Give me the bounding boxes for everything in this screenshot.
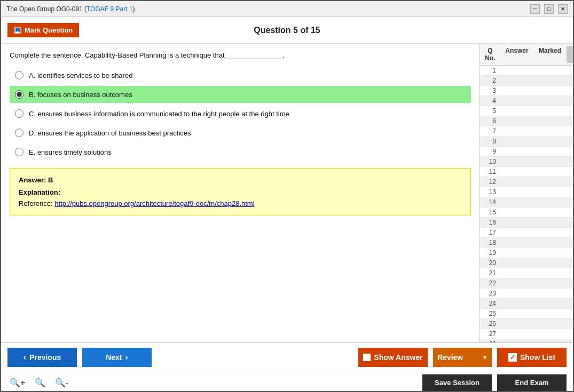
save-session-button[interactable]: Save Session	[422, 374, 492, 391]
sidebar-row-number: 25	[480, 310, 500, 317]
sidebar-row[interactable]: 19	[480, 248, 573, 258]
sidebar-row-number: 22	[480, 279, 500, 287]
sidebar-row[interactable]: 9	[480, 147, 573, 157]
sidebar-row[interactable]: 1	[480, 66, 573, 76]
review-button[interactable]: Review ▼	[433, 348, 492, 367]
end-exam-button[interactable]: End Exam	[497, 374, 567, 391]
sidebar-row[interactable]: 13	[480, 187, 573, 197]
show-list-check-icon	[508, 353, 517, 362]
sidebar-row-number: 20	[480, 259, 500, 267]
previous-button[interactable]: ‹ Previous	[7, 348, 77, 367]
option-d[interactable]: D. ensures the application of business b…	[10, 124, 471, 141]
zoom-out-button[interactable]: 🔍-	[53, 377, 70, 389]
option-e[interactable]: E. ensures timely solutions	[10, 143, 471, 161]
sidebar-row[interactable]: 23	[480, 289, 573, 299]
sidebar-row-number: 7	[480, 127, 500, 135]
sidebar-row[interactable]: 11	[480, 167, 573, 177]
option-e-radio[interactable]	[15, 148, 23, 156]
scrollbar-placeholder	[567, 46, 573, 63]
sidebar-row[interactable]: 20	[480, 258, 573, 268]
zoom-in-icon: 🔍+	[10, 378, 25, 387]
sidebar-row-number: 17	[480, 229, 500, 236]
sidebar-row-number: 18	[480, 239, 500, 246]
option-b[interactable]: B. focuses on business outcomes	[10, 86, 471, 103]
sidebar-row-number: 3	[480, 87, 500, 94]
minimize-button[interactable]: ─	[530, 4, 540, 14]
option-a[interactable]: A. identifies services to be shared	[10, 67, 471, 84]
zoom-reset-icon: 🔍	[35, 378, 45, 387]
prev-arrow-icon: ‹	[23, 353, 26, 362]
sidebar-row[interactable]: 5	[480, 106, 573, 116]
zoom-in-button[interactable]: 🔍+	[7, 377, 27, 389]
sidebar-row[interactable]: 26	[480, 319, 573, 329]
sidebar-row[interactable]: 14	[480, 197, 573, 207]
sidebar-row-number: 12	[480, 178, 500, 186]
option-d-radio[interactable]	[15, 129, 23, 137]
option-c-radio[interactable]	[15, 109, 23, 118]
next-arrow-icon: ›	[125, 353, 128, 362]
sidebar-answer-header: Answer	[500, 46, 533, 63]
show-answer-icon	[363, 354, 371, 361]
sidebar-row-number: 16	[480, 219, 500, 226]
zoom-out-icon: 🔍-	[55, 378, 68, 387]
sidebar-row-number: 14	[480, 198, 500, 206]
next-button[interactable]: Next ›	[82, 348, 152, 367]
top-toolbar: Mark Question Question 5 of 15	[1, 17, 573, 44]
sidebar-row[interactable]: 8	[480, 137, 573, 147]
sidebar-row-number: 1	[480, 67, 500, 74]
title-link[interactable]: TOGAF 9 Part 1	[87, 5, 132, 13]
sidebar-row-number: 24	[480, 300, 500, 307]
sidebar-row[interactable]: 16	[480, 218, 573, 228]
sidebar-row[interactable]: 22	[480, 278, 573, 289]
option-c[interactable]: C. ensures business information is commu…	[10, 105, 471, 122]
question-title: Question 5 of 15	[254, 26, 320, 35]
sidebar-row[interactable]: 4	[480, 96, 573, 106]
sidebar-row-number: 11	[480, 168, 500, 175]
sidebar-row[interactable]: 15	[480, 207, 573, 218]
window-controls: ─ □ ✕	[530, 4, 568, 14]
zoom-reset-button[interactable]: 🔍	[33, 377, 48, 389]
option-e-label: E. ensures timely solutions	[29, 148, 112, 156]
sidebar-row[interactable]: 10	[480, 157, 573, 167]
sidebar-row[interactable]: 27	[480, 329, 573, 339]
sidebar-row-number: 26	[480, 320, 500, 327]
sidebar-row-number: 10	[480, 158, 500, 165]
sidebar-row-number: 4	[480, 97, 500, 105]
question-text: Complete the sentence. Capability-Based …	[10, 51, 471, 59]
sidebar-row[interactable]: 17	[480, 228, 573, 238]
option-a-radio[interactable]	[15, 71, 23, 79]
sidebar-header: Q No. Answer Marked	[480, 44, 573, 66]
show-answer-button[interactable]: Show Answer	[358, 348, 428, 367]
sidebar-row[interactable]: 6	[480, 116, 573, 126]
mark-question-button[interactable]: Mark Question	[7, 23, 79, 37]
sidebar-row[interactable]: 28	[480, 339, 573, 342]
show-list-button[interactable]: Show List	[497, 348, 567, 367]
option-b-radio[interactable]	[15, 90, 23, 99]
sidebar-row-number: 9	[480, 148, 500, 155]
bookmark-icon	[14, 27, 21, 34]
sidebar-row[interactable]: 3	[480, 86, 573, 96]
sidebar-row[interactable]: 25	[480, 309, 573, 319]
mark-question-label: Mark Question	[25, 26, 73, 34]
bottom-nav: ‹ Previous Next › Show Answer Review ▼ S…	[1, 342, 573, 372]
main-area: Complete the sentence. Capability-Based …	[1, 44, 573, 342]
maximize-button[interactable]: □	[544, 4, 554, 14]
reference-link[interactable]: http://pubs.opengroup.org/architecture/t…	[54, 199, 254, 207]
sidebar-row[interactable]: 2	[480, 76, 573, 86]
close-button[interactable]: ✕	[558, 4, 568, 14]
sidebar-row-number: 15	[480, 209, 500, 216]
explanation-label: Explanation:	[19, 188, 462, 196]
sidebar-row-number: 5	[480, 107, 500, 115]
sidebar-row[interactable]: 21	[480, 268, 573, 278]
sidebar-list[interactable]: 1 2 3 4 5 6 7 8	[480, 66, 573, 342]
sidebar: Q No. Answer Marked 1 2 3 4 5 6	[479, 44, 573, 342]
option-d-label: D. ensures the application of business b…	[29, 129, 191, 137]
sidebar-row[interactable]: 12	[480, 177, 573, 187]
reference-text: Reference: http://pubs.opengroup.org/arc…	[19, 199, 462, 207]
sidebar-row-number: 23	[480, 290, 500, 297]
sidebar-row[interactable]: 18	[480, 238, 573, 248]
sidebar-row[interactable]: 7	[480, 126, 573, 137]
reference-label: Reference:	[19, 199, 53, 207]
sidebar-row-number: 8	[480, 138, 500, 145]
sidebar-row[interactable]: 24	[480, 299, 573, 309]
